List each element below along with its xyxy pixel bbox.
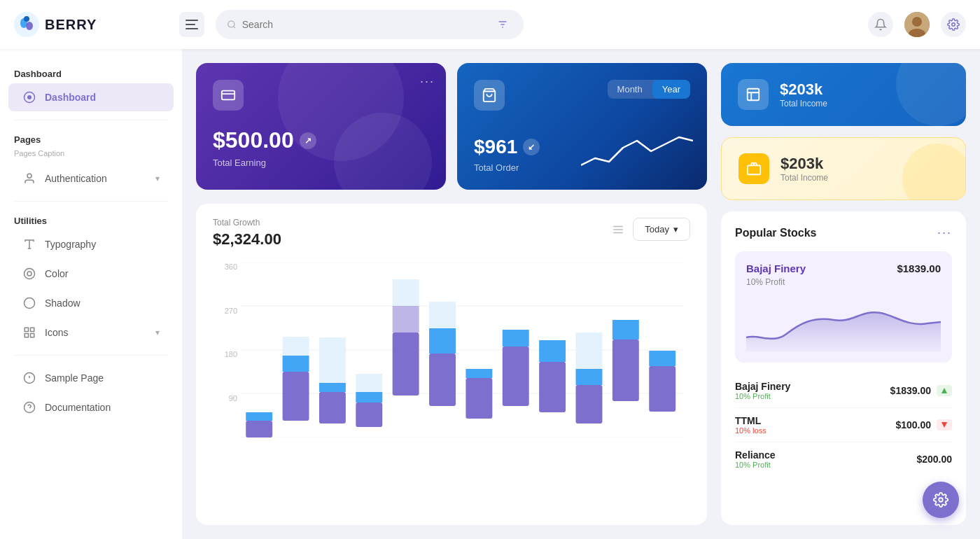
- svg-rect-30: [222, 91, 234, 100]
- stock-bajaj-right: $1839.00: [890, 385, 952, 396]
- svg-rect-62: [539, 362, 566, 412]
- sidebar-item-icons-label: Icons: [45, 327, 68, 338]
- svg-rect-46: [319, 392, 346, 424]
- sidebar-item-typography[interactable]: Typography: [8, 230, 174, 258]
- svg-rect-63: [539, 340, 566, 362]
- stock-ttml-info: TTML 10% loss: [735, 415, 766, 435]
- stock-row-ttml: TTML 10% loss $100.00: [735, 408, 952, 442]
- sidebar-item-shadow-label: Shadow: [45, 298, 80, 309]
- time-toggle: Month Year: [608, 80, 690, 99]
- sidebar-item-sample[interactable]: Sample Page: [8, 364, 174, 392]
- chart-card: Total Growth $2,324.00 Today ▾ 360: [196, 204, 707, 525]
- svg-rect-74: [748, 165, 760, 174]
- income-blue-amount: $203k: [780, 80, 827, 99]
- svg-point-77: [939, 498, 943, 502]
- order-top: Month Year: [474, 80, 690, 127]
- sidebar-item-authentication[interactable]: Authentication ▾: [8, 164, 174, 192]
- svg-rect-52: [393, 332, 419, 396]
- navbar: BERRY: [0, 0, 980, 49]
- sidebar-item-auth-label: Authentication: [45, 173, 107, 184]
- svg-rect-66: [576, 332, 603, 369]
- svg-rect-45: [283, 337, 309, 356]
- svg-rect-54: [393, 279, 419, 306]
- svg-rect-49: [356, 402, 382, 427]
- svg-rect-41: [246, 421, 272, 438]
- card-income-blue: $203k Total Income: [721, 63, 966, 126]
- settings-button[interactable]: [941, 12, 966, 37]
- svg-rect-61: [503, 330, 529, 346]
- chevron-icons-icon: ▾: [155, 328, 160, 337]
- y-labels: 360 270 180 90: [213, 262, 237, 438]
- nav-right: [868, 12, 966, 37]
- auth-icon: [22, 172, 36, 186]
- stocks-more-button[interactable]: ···: [937, 225, 952, 240]
- income-yellow-text: $203k Total Income: [780, 155, 828, 183]
- svg-point-14: [27, 95, 31, 99]
- svg-rect-67: [612, 340, 639, 401]
- chevron-down-icon: ▾: [155, 174, 160, 183]
- sidebar-divider-1: [14, 120, 168, 120]
- stock-ttml-price: $100.00: [895, 419, 931, 430]
- avatar[interactable]: [904, 12, 930, 37]
- svg-rect-44: [283, 356, 309, 372]
- search-input[interactable]: [242, 19, 488, 30]
- sidebar-item-icons[interactable]: Icons ▾: [8, 318, 174, 346]
- svg-rect-42: [246, 412, 272, 421]
- sidebar-item-shadow[interactable]: Shadow: [8, 289, 174, 317]
- sample-icon: [22, 371, 36, 385]
- sidebar-item-sample-label: Sample Page: [45, 372, 104, 384]
- svg-rect-22: [31, 328, 34, 331]
- card-income-yellow: $203k Total Income: [721, 137, 966, 200]
- year-button[interactable]: Year: [652, 80, 690, 99]
- svg-point-10: [912, 17, 922, 27]
- featured-stock-top: Bajaj Finery $1839.00: [746, 262, 941, 274]
- month-button[interactable]: Month: [608, 80, 652, 99]
- fab-button[interactable]: [923, 482, 959, 518]
- logo-area: BERRY: [14, 12, 168, 37]
- filter-button[interactable]: [493, 13, 512, 36]
- featured-stock-price: $1839.00: [897, 262, 941, 274]
- bar-chart-svg: [241, 262, 683, 438]
- sidebar-section-utilities: Utilities: [0, 210, 182, 229]
- bell-button[interactable]: [868, 12, 893, 37]
- shadow-icon: [22, 296, 36, 310]
- chart-menu-icon: [612, 223, 624, 236]
- svg-point-19: [27, 272, 31, 276]
- svg-rect-60: [503, 346, 529, 406]
- stock-bajaj-info: Bajaj Finery 10% Profit: [735, 381, 790, 400]
- featured-stock: Bajaj Finery $1839.00 10% Profit: [735, 251, 952, 363]
- content-area: ··· $500.00 ↗ Total Earning Month: [182, 49, 980, 539]
- svg-point-15: [27, 174, 31, 178]
- svg-rect-58: [465, 378, 492, 419]
- featured-stock-chart: [746, 295, 941, 351]
- svg-point-12: [952, 23, 955, 27]
- main-layout: Dashboard Dashboard Pages Pages Caption …: [0, 49, 980, 539]
- chart-header: Total Growth $2,324.00 Today ▾: [213, 218, 690, 248]
- earning-amount: $500.00 ↗: [213, 127, 429, 153]
- content-left: ··· $500.00 ↗ Total Earning Month: [196, 63, 707, 525]
- svg-rect-68: [612, 320, 639, 340]
- featured-stock-name: Bajaj Finery: [746, 262, 806, 274]
- svg-point-2: [26, 22, 33, 30]
- stock-bajaj-badge: [937, 385, 952, 396]
- card-order: Month Year $961 ↙ Total Order: [457, 63, 707, 190]
- today-button[interactable]: Today ▾: [633, 218, 690, 241]
- logo-icon: [14, 12, 39, 37]
- sidebar-item-dashboard[interactable]: Dashboard: [8, 83, 174, 111]
- stocks-card: Popular Stocks ··· Bajaj Finery $1839.00…: [721, 211, 966, 525]
- earning-label: Total Earning: [213, 158, 429, 168]
- earning-trend-icon: ↗: [300, 132, 316, 149]
- top-cards: ··· $500.00 ↗ Total Earning Month: [196, 63, 707, 190]
- sidebar-item-color[interactable]: Color: [8, 260, 174, 288]
- sidebar-item-documentation[interactable]: Documentation: [8, 393, 174, 421]
- svg-point-20: [24, 298, 35, 309]
- svg-rect-64: [576, 385, 603, 424]
- income-yellow-label: Total Income: [780, 173, 828, 183]
- stock-reliance-right: $200.00: [916, 454, 952, 465]
- earning-more-button[interactable]: ···: [420, 74, 435, 89]
- stock-ttml-status: 10% loss: [735, 426, 766, 435]
- stock-row-reliance: Reliance 10% Profit $200.00: [735, 442, 952, 476]
- svg-rect-71: [748, 89, 760, 101]
- menu-button[interactable]: [179, 12, 204, 37]
- svg-rect-23: [24, 334, 28, 337]
